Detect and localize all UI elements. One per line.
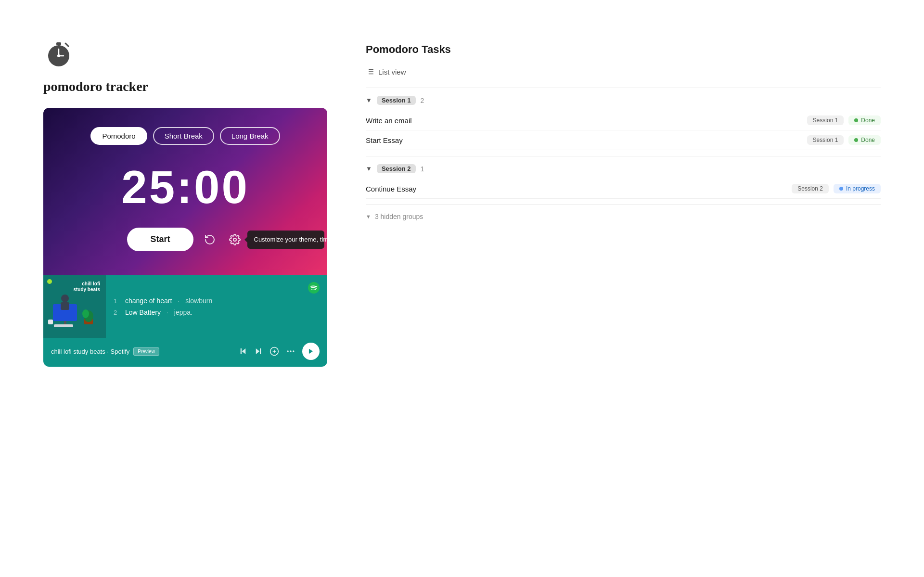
track-sep-1: · [178,297,180,305]
chevron-down-icon: ▼ [366,214,371,219]
status-dot-green-1a [854,118,858,122]
status-label-continue-essay: In progress [846,185,875,192]
task-row-start-essay: Start Essay Session 1 Done [366,130,881,150]
gear-icon [229,234,241,245]
preview-badge: Preview [133,347,159,356]
svg-rect-16 [54,324,73,327]
spotify-next-button[interactable] [254,347,263,356]
track-title-2: Low Battery [125,308,161,316]
spotify-play-button[interactable] [302,343,320,360]
spotify-controls [239,343,320,360]
task-row-write-email: Write an email Session 1 Done [366,111,881,130]
app-icon-wrapper [43,38,327,71]
session-1-header: ▼ Session 1 2 [366,96,881,105]
session-2-badge: Session 2 [377,164,416,173]
task-session-tag-1a: Session 1 [807,115,844,125]
session-2-toggle[interactable]: ▼ [366,165,372,172]
tasks-divider [366,88,881,88]
svg-rect-23 [260,348,261,354]
session-1-toggle[interactable]: ▼ [366,97,372,104]
svg-rect-21 [241,348,242,354]
prev-icon [239,347,247,356]
left-column: pomodoro tracker Pomodoro Short Break Lo… [43,38,327,367]
svg-rect-18 [61,302,69,310]
svg-point-14 [82,309,89,318]
tab-short-break[interactable]: Short Break [153,127,214,145]
timer-panel: Pomodoro Short Break Long Break 25:00 St… [43,108,327,275]
list-view-label: List view [378,68,406,76]
status-dot-blue-2a [839,187,843,191]
svg-point-17 [61,295,69,302]
svg-point-5 [57,54,60,57]
spotify-more-button[interactable] [286,346,295,356]
track-artist-2: jeppa. [174,308,192,316]
svg-marker-22 [256,348,260,354]
play-icon [308,348,314,355]
reset-button[interactable] [201,231,218,248]
svg-marker-30 [309,349,313,354]
tasks-divider-2 [366,156,881,156]
task-name-start-essay: Start Essay [366,136,807,144]
spotify-widget: chill lofi study beats [43,275,327,367]
spotify-icon [308,282,320,294]
task-row-continue-essay: Continue Essay Session 2 In progress [366,179,881,199]
timer-tabs: Pomodoro Short Break Long Break [90,127,280,145]
tasks-divider-3 [366,205,881,205]
hidden-groups-label: 3 hidden groups [375,213,423,220]
settings-tooltip: Customize your theme, timer, and more! [247,230,324,248]
track-artist-1: slowburn [185,297,212,305]
svg-point-29 [293,350,294,352]
spotify-logo-wrapper [308,275,327,338]
timer-icon [43,38,74,69]
session-1-count: 2 [421,97,424,104]
spotify-playlist-name: chill lofi study beats · Spotify [51,348,129,355]
svg-point-7 [233,238,236,241]
settings-button[interactable] [226,231,244,248]
session-1-badge: Session 1 [377,96,416,105]
session-2-count: 1 [421,165,424,173]
spotify-info: chill lofi study beats · Spotify Preview [51,347,159,356]
spotify-tracks: 1 change of heart · slowburn 2 Low Batte… [106,275,308,338]
status-label-start-essay: Done [861,137,875,143]
spotify-bottom: chill lofi study beats · Spotify Preview [43,338,327,367]
task-name-write-email: Write an email [366,116,807,125]
timer-controls: Start Customize your [127,228,243,251]
svg-point-27 [287,350,289,352]
list-view-button[interactable]: List view [366,65,406,78]
spotify-album-label [47,279,52,284]
svg-line-6 [65,43,68,46]
task-status-continue-essay: In progress [834,184,881,193]
svg-rect-15 [48,320,53,324]
task-session-tag-2a: Session 2 [792,184,829,193]
app-title: pomodoro tracker [43,79,327,94]
track-num-2: 2 [114,309,120,316]
track-item-2: 2 Low Battery · jeppa. [114,308,300,316]
start-button[interactable]: Start [127,228,193,251]
status-dot-green-1b [854,138,858,142]
hidden-groups-row[interactable]: ▼ 3 hidden groups [366,213,881,220]
lofi-illustration [43,290,106,338]
svg-marker-20 [242,348,246,354]
right-column: Pomodoro Tasks List view ▼ Session 1 2 W… [366,38,881,367]
svg-rect-8 [43,323,106,338]
tasks-title: Pomodoro Tasks [366,43,881,56]
track-item-1: 1 change of heart · slowburn [114,297,300,305]
more-icon [286,346,295,356]
svg-rect-2 [58,44,60,48]
svg-point-28 [290,350,291,352]
plus-icon [270,346,279,356]
list-view-icon [366,67,374,76]
spotify-active-dot [47,279,52,284]
track-sep-2: · [167,308,168,316]
reset-icon [204,234,216,245]
spotify-add-button[interactable] [270,346,279,356]
task-name-continue-essay: Continue Essay [366,185,792,193]
spotify-prev-button[interactable] [239,347,247,356]
timer-widget: Pomodoro Short Break Long Break 25:00 St… [43,108,327,367]
next-icon [254,347,263,356]
svg-rect-10 [64,321,66,325]
session-2-header: ▼ Session 2 1 [366,164,881,173]
tab-pomodoro[interactable]: Pomodoro [90,127,147,145]
tab-long-break[interactable]: Long Break [220,127,280,145]
timer-display: 25:00 [121,164,249,210]
